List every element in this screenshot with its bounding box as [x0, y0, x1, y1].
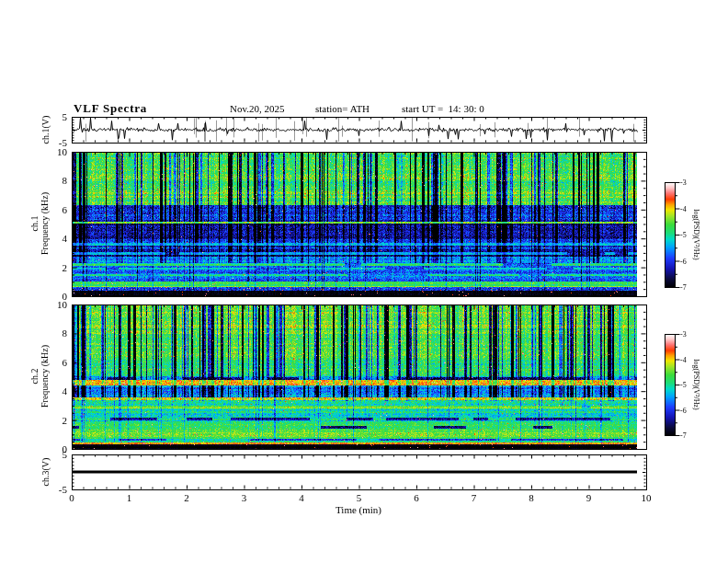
colorbar-ch1: [665, 182, 676, 287]
colorbar1-tick-label: -7: [680, 283, 687, 292]
ch2-spec-y-tick-label: 2: [63, 415, 68, 426]
ch2-spec-ylabel-line2: Frequency (kHz): [40, 345, 50, 408]
colorbar-ch2: [665, 334, 676, 435]
vlf-spectra-page: VLF Spectra Nov.20, 2025 station= ATH st…: [0, 0, 728, 563]
colorbar2-tick-label: -4: [680, 355, 687, 363]
x-tick-label: 7: [472, 492, 477, 503]
ch2-spec-y-tick-label: 6: [63, 357, 68, 368]
ch1-spec-ylabel-line2: Frequency (kHz): [40, 192, 50, 255]
start-ut-label: start UT = 14: 30: 0: [402, 103, 484, 114]
ch3-ylabel: ch.3(V): [40, 458, 51, 487]
ch2-spec-y-tick-label: 4: [63, 385, 68, 396]
ch1-spec-y-tick-label: 4: [63, 233, 68, 244]
x-tick-label: 6: [414, 492, 419, 503]
ch2-spectrogram-panel: [72, 304, 646, 449]
colorbar1-unit-label: log(PSD)(V²/Hz): [692, 209, 700, 259]
colorbar2-unit-label: log(PSD)(V²/Hz): [692, 359, 700, 409]
x-tick-label: 4: [299, 492, 304, 503]
x-tick-label: 8: [529, 492, 534, 503]
station-label: station= ATH: [315, 103, 370, 114]
ch2-spec-y-tick-label: 10: [57, 299, 67, 310]
ch1-wave-y-tick-label: -5: [59, 137, 67, 148]
ch1-spec-y-tick-label: 6: [63, 204, 68, 215]
ch2-spec-ylabel-line1: ch.2: [29, 345, 40, 408]
colorbar1-tick-label: -6: [680, 257, 687, 265]
ch1-spec-ylabel: ch.1 Frequency (kHz): [29, 192, 50, 255]
date-label: Nov.20, 2025: [230, 103, 284, 114]
ch3-waveform-panel: [72, 454, 646, 489]
page-title: VLF Spectra: [74, 101, 147, 116]
ch1-spec-y-tick-label: 8: [63, 175, 68, 186]
ch1-spec-ylabel-line1: ch.1: [29, 192, 40, 255]
ch1-waveform-panel: [72, 117, 646, 143]
x-tick-label: 2: [184, 492, 189, 503]
x-tick-label: 5: [357, 492, 362, 503]
colorbar1-tick-label: -4: [680, 204, 687, 213]
colorbar1-tick-label: -3: [680, 178, 687, 187]
ch1-wave-y-tick-label: 5: [63, 111, 68, 122]
ch2-spec-y-tick-label: 8: [63, 327, 68, 339]
ch1-wave-ylabel: ch.1(V): [40, 116, 51, 144]
colorbar2-tick-label: -5: [680, 381, 687, 389]
colorbar1-tick-label: -5: [680, 231, 687, 239]
ch3-y-tick-label: -5: [59, 484, 67, 495]
ch1-spectrogram-panel: [72, 152, 646, 296]
ch3-y-tick-label: 5: [63, 449, 68, 460]
colorbar2-tick-label: -6: [680, 406, 687, 414]
ch2-spec-ylabel: ch.2 Frequency (kHz): [29, 345, 50, 408]
x-tick-label: 9: [586, 492, 592, 503]
ch1-spec-y-tick-label: 2: [63, 262, 68, 273]
x-tick-label: 0: [69, 492, 74, 503]
x-tick-label: 10: [642, 492, 652, 503]
colorbar2-tick-label: -3: [680, 330, 687, 339]
x-axis-title: Time (min): [336, 504, 381, 515]
x-tick-label: 1: [127, 492, 132, 503]
x-tick-label: 3: [242, 492, 247, 503]
colorbar2-tick-label: -7: [680, 431, 687, 440]
